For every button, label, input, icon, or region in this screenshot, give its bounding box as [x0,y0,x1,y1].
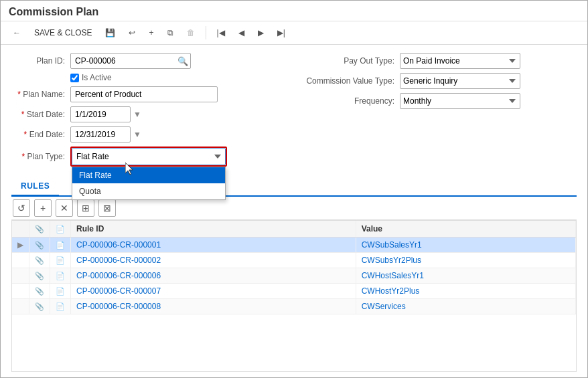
doc-cell: 📄 [50,284,71,299]
doc-icon: 📄 [56,287,65,295]
pay-out-type-label: Pay Out Type: [301,56,394,66]
value-cell: CWHostSalesYr1 [356,268,575,284]
rule-id-cell: CP-000006-CR-000001 [71,238,356,253]
table-row[interactable]: ▶ 📎 📄 CP-000006-CR-000001 CWSubSalesYr1 [12,238,576,253]
plan-name-input[interactable] [70,86,218,102]
value-cell: CWSubSalesYr1 [356,238,575,253]
rule-id-link[interactable]: CP-000006-CR-000002 [76,256,161,265]
end-date-input[interactable] [70,126,131,143]
pay-out-type-select[interactable]: On Paid Invoice [400,53,520,69]
back-icon: ← [13,28,21,37]
rule-id-cell: CP-000006-CR-000007 [71,284,356,299]
last-icon: ▶| [277,28,285,37]
copy-button[interactable]: ⧉ [162,25,179,40]
attach-icon: 📎 [35,287,44,295]
end-date-wrapper: ▼ [70,126,141,143]
dropdown-option-flat-rate[interactable]: Flat Rate [72,167,225,183]
frequency-select[interactable]: Monthly [400,93,520,109]
rule-id-link[interactable]: CP-000006-CR-000006 [76,271,161,280]
last-record-button[interactable]: ▶| [272,25,291,40]
value-link[interactable]: CWHostYr2Plus [362,286,420,296]
is-active-label: Is Active [82,73,112,82]
expand-cell [12,299,29,314]
tab-rules[interactable]: RULES [11,177,59,197]
undo-button[interactable]: ↩ [123,25,141,40]
start-date-calendar-icon[interactable]: ▼ [133,110,141,119]
rules-refresh-button[interactable]: ↺ [13,199,30,217]
rules-table-body: ▶ 📎 📄 CP-000006-CR-000001 CWSubSalesYr1 … [12,238,576,314]
commission-value-type-label: Commission Value Type: [301,76,394,86]
plan-type-dropdown: Flat Rate Quota [72,167,226,200]
plan-name-label: * Plan Name: [11,90,65,99]
rule-id-link[interactable]: CP-000006-CR-000001 [76,240,161,250]
save-icon-button[interactable]: 💾 [100,25,121,40]
next-record-button[interactable]: ▶ [252,25,269,40]
commission-value-type-select[interactable]: Generic Inquiry [400,73,520,89]
toolbar-separator [206,26,206,39]
attach-cell: 📎 [29,253,50,268]
dropdown-option-quota[interactable]: Quota [72,183,225,199]
rules-export-button[interactable]: ⊠ [98,199,116,217]
table-row[interactable]: 📎 📄 CP-000006-CR-000006 CWHostSalesYr1 [12,268,576,284]
col-header-expand [12,221,29,238]
plan-type-label: * Plan Type: [11,152,65,161]
table-row[interactable]: 📎 📄 CP-000006-CR-000002 CWSubsYr2Plus [12,253,576,268]
expand-cell[interactable]: ▶ [12,238,29,253]
is-active-row: Is Active [70,73,287,82]
rules-columns-button[interactable]: ⊞ [77,199,94,217]
undo-icon: ↩ [129,28,135,37]
start-date-row: * Start Date: ▼ [11,106,287,122]
doc-cell: 📄 [50,253,71,268]
table-row[interactable]: 📎 📄 CP-000006-CR-000008 CWServices [12,299,576,314]
value-link[interactable]: CWSubsYr2Plus [362,256,421,265]
plan-type-select[interactable]: Flat Rate Quota [72,148,226,165]
value-link[interactable]: CWServices [362,302,406,311]
attach-icon: 📎 [35,241,44,249]
start-date-input[interactable] [70,106,131,122]
add-button[interactable]: + [143,25,159,40]
table-row[interactable]: 📎 📄 CP-000006-CR-000007 CWHostYr2Plus [12,284,576,299]
expand-cell [12,253,29,268]
expand-cell [12,268,29,284]
export-icon: ⊠ [103,203,111,213]
form-left: Plan ID: 🔍 Is Active * Plan Name: [11,53,287,167]
toolbar: ← SAVE & CLOSE 💾 ↩ + ⧉ 🗑 |◀ ◀ ▶ ▶ [1,21,587,45]
plan-id-input[interactable] [70,53,191,69]
expand-cell [12,284,29,299]
end-date-calendar-icon[interactable]: ▼ [133,130,141,139]
rule-id-cell: CP-000006-CR-000002 [71,253,356,268]
first-record-button[interactable]: |◀ [212,25,230,40]
rules-table-container: 📎 📄 Rule ID Value ▶ 📎 📄 CP-0000 [11,220,577,372]
search-icon[interactable]: 🔍 [177,56,188,66]
is-active-checkbox[interactable] [70,74,79,82]
prev-record-button[interactable]: ◀ [233,25,250,40]
plus-icon: + [149,28,153,37]
back-button[interactable]: ← [7,25,26,40]
col-header-value: Value [356,221,575,238]
remove-row-icon: ✕ [60,203,68,213]
rule-id-link[interactable]: CP-000006-CR-000008 [76,302,161,311]
doc-icon: 📄 [56,302,65,310]
value-link[interactable]: CWSubSalesYr1 [362,240,422,250]
frequency-row: Frequency: Monthly [301,93,577,109]
first-icon: |◀ [217,28,225,37]
rule-id-cell: CP-000006-CR-000008 [71,299,356,314]
rules-remove-button[interactable]: ✕ [56,199,73,217]
save-close-button[interactable]: SAVE & CLOSE [29,25,97,40]
form-right: Pay Out Type: On Paid Invoice Commission… [301,53,577,167]
rule-id-link[interactable]: CP-000006-CR-000007 [76,286,161,296]
plan-type-row: * Plan Type: Flat Rate Quota Flat Rate Q… [11,147,287,167]
delete-button[interactable]: 🗑 [181,25,200,40]
value-cell: CWServices [356,299,575,314]
start-date-label: * Start Date: [11,110,65,119]
doc-header-icon: 📄 [56,225,65,233]
value-link[interactable]: CWHostSalesYr1 [362,271,424,280]
rules-add-button[interactable]: + [34,199,52,217]
expand-icon[interactable]: ▶ [17,240,23,250]
main-window: Commission Plan ← SAVE & CLOSE 💾 ↩ + ⧉ 🗑… [0,0,588,378]
value-cell: CWHostYr2Plus [356,284,575,299]
plan-type-select-wrapper: Flat Rate Quota Flat Rate Quota [72,148,226,165]
value-cell: CWSubsYr2Plus [356,253,575,268]
plan-type-highlight: Flat Rate Quota Flat Rate Quota [70,147,227,167]
commission-value-type-row: Commission Value Type: Generic Inquiry [301,73,577,89]
